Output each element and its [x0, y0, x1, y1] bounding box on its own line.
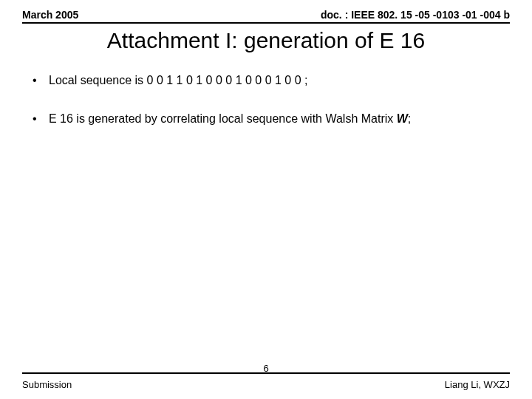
walsh-matrix-symbol: W: [397, 112, 408, 125]
bullet-text-part: ;: [408, 112, 411, 125]
header-date: March 2005: [22, 9, 78, 21]
bullet-text-part: E 16 is generated by correlating local s…: [49, 112, 397, 125]
slide-title: Attachment I: generation of E 16: [0, 28, 532, 53]
footer-right: Liang Li, WXZJ: [445, 379, 510, 390]
bullet-text: Local sequence is 0 0 1 1 0 1 0 0 0 1 0 …: [49, 72, 307, 89]
footer-left: Submission: [22, 379, 72, 390]
slide-footer: Submission Liang Li, WXZJ: [22, 379, 510, 390]
bullet-dot-icon: •: [33, 111, 49, 127]
bullet-item: • E 16 is generated by correlating local…: [33, 111, 499, 127]
header-doc-id: doc. : IEEE 802. 15 -05 -0103 -01 -004 b: [321, 9, 510, 21]
slide-header: March 2005 doc. : IEEE 802. 15 -05 -0103…: [0, 0, 532, 22]
bullet-dot-icon: •: [33, 72, 49, 89]
footer-rule: [22, 372, 510, 374]
slide-content: • Local sequence is 0 0 1 1 0 1 0 0 0 1 …: [0, 53, 532, 126]
bullet-item: • Local sequence is 0 0 1 1 0 1 0 0 0 1 …: [33, 72, 499, 89]
header-rule: [22, 22, 510, 24]
bullet-text: E 16 is generated by correlating local s…: [49, 111, 411, 127]
